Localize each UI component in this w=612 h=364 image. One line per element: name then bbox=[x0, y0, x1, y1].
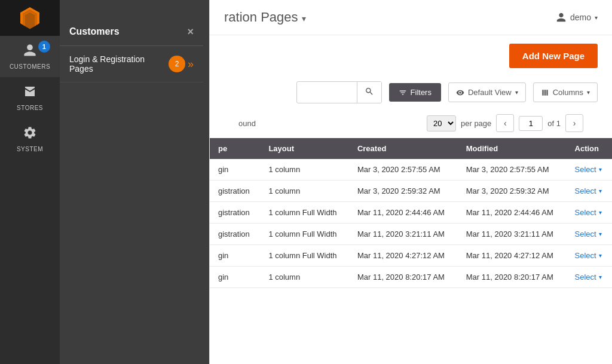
prev-page-button[interactable]: ‹ bbox=[496, 114, 514, 132]
dropdown-title: Customers bbox=[69, 26, 120, 37]
table-row: gin 1 column Full Width Mar 11, 2020 4:2… bbox=[210, 245, 612, 267]
cell-type: gistration bbox=[210, 181, 260, 202]
cell-modified: Mar 3, 2020 2:57:55 AM bbox=[458, 159, 567, 181]
action-select-label-4: Select bbox=[575, 251, 596, 260]
cell-created: Mar 11, 2020 2:44:46 AM bbox=[349, 202, 458, 224]
action-select-label-1: Select bbox=[575, 186, 596, 195]
cell-action: Select ▾ bbox=[567, 202, 612, 224]
sidebar: 1 CUSTOMERS STORES SYSTEM bbox=[0, 0, 60, 364]
magento-logo-icon bbox=[17, 5, 43, 31]
cell-layout: 1 column bbox=[260, 267, 349, 288]
close-button[interactable]: × bbox=[187, 26, 194, 37]
dropdown-item-login-registration[interactable]: Login & Registration Pages 2 » bbox=[60, 46, 203, 82]
action-select-label-5: Select bbox=[575, 273, 596, 282]
cell-layout: 1 column bbox=[260, 159, 349, 181]
badge-number: 2 bbox=[175, 60, 179, 68]
action-select-1[interactable]: Select ▾ bbox=[575, 186, 604, 195]
page-number-input[interactable] bbox=[519, 116, 543, 131]
action-select-5[interactable]: Select ▾ bbox=[575, 273, 604, 282]
columns-arrow: ▾ bbox=[587, 89, 590, 96]
screenshot-wrapper: 1 CUSTOMERS STORES SYSTEM Customers × bbox=[0, 0, 612, 364]
cell-created: Mar 11, 2020 4:27:12 AM bbox=[349, 245, 458, 267]
table-body: gin 1 column Mar 3, 2020 2:57:55 AM Mar … bbox=[210, 159, 612, 288]
default-view-button[interactable]: Default View ▾ bbox=[448, 82, 526, 102]
cell-action: Select ▾ bbox=[567, 181, 612, 202]
next-page-button[interactable]: › bbox=[565, 114, 583, 132]
user-menu[interactable]: demo ▾ bbox=[556, 12, 598, 23]
search-button[interactable] bbox=[357, 82, 381, 103]
cell-action: Select ▾ bbox=[567, 224, 612, 245]
columns-button[interactable]: Columns ▾ bbox=[533, 82, 598, 102]
cell-modified: Mar 11, 2020 8:20:17 AM bbox=[458, 267, 567, 288]
col-layout: Layout bbox=[260, 138, 349, 159]
cell-created: Mar 11, 2020 3:21:11 AM bbox=[349, 224, 458, 245]
cell-modified: Mar 3, 2020 2:59:32 AM bbox=[458, 181, 567, 202]
cell-type: gin bbox=[210, 245, 260, 267]
cell-type: gin bbox=[210, 267, 260, 288]
filter-icon bbox=[399, 88, 407, 97]
action-arrow-3: ▾ bbox=[599, 231, 602, 237]
svg-marker-2 bbox=[25, 13, 35, 29]
action-arrow-2: ▾ bbox=[599, 209, 602, 216]
search-input[interactable] bbox=[297, 83, 357, 102]
action-select-label-0: Select bbox=[575, 165, 596, 174]
sidebar-item-system-label: SYSTEM bbox=[17, 146, 43, 152]
action-arrow-5: ▾ bbox=[599, 274, 602, 280]
dropdown-item-badge: 2 bbox=[169, 56, 185, 72]
view-arrow: ▾ bbox=[515, 89, 518, 96]
columns-icon bbox=[541, 88, 549, 97]
customers-icon bbox=[23, 43, 37, 61]
stores-icon bbox=[23, 84, 37, 102]
table-row: gistration 1 column Full Width Mar 11, 2… bbox=[210, 202, 612, 224]
table-row: gin 1 column Mar 11, 2020 8:20:17 AM Mar… bbox=[210, 267, 612, 288]
table-row: gistration 1 column Mar 3, 2020 2:59:32 … bbox=[210, 181, 612, 202]
col-modified: Modified bbox=[458, 138, 567, 159]
page-title: ration Pages ▾ bbox=[224, 10, 306, 25]
table-row: gin 1 column Mar 3, 2020 2:57:55 AM Mar … bbox=[210, 159, 612, 181]
action-arrow-0: ▾ bbox=[599, 166, 602, 173]
cell-modified: Mar 11, 2020 2:44:46 AM bbox=[458, 202, 567, 224]
default-view-label: Default View bbox=[468, 88, 512, 97]
cell-type: gin bbox=[210, 159, 260, 181]
search-bar: Filters Default View ▾ Columns ▾ bbox=[210, 77, 612, 108]
user-avatar-icon bbox=[556, 12, 567, 23]
action-arrow-1: ▾ bbox=[599, 188, 602, 194]
action-select-label-3: Select bbox=[575, 230, 596, 238]
arrow-icon: » bbox=[188, 58, 194, 71]
sidebar-item-customers-label: CUSTOMERS bbox=[10, 63, 50, 70]
sidebar-item-customers[interactable]: 1 CUSTOMERS bbox=[0, 36, 60, 77]
filters-button[interactable]: Filters bbox=[389, 83, 441, 102]
search-input-wrap bbox=[296, 81, 382, 103]
action-select-4[interactable]: Select ▾ bbox=[575, 251, 604, 260]
cell-action: Select ▾ bbox=[567, 159, 612, 181]
search-icon bbox=[365, 87, 374, 96]
cell-layout: 1 column bbox=[260, 181, 349, 202]
dropdown-item-label: Login & Registration Pages bbox=[69, 54, 164, 74]
sidebar-item-system[interactable]: SYSTEM bbox=[0, 118, 60, 160]
action-select-label-2: Select bbox=[575, 208, 596, 217]
data-table: pe Layout Created Modified Action gin 1 … bbox=[210, 138, 612, 288]
action-select-3[interactable]: Select ▾ bbox=[575, 230, 604, 238]
main-content: ration Pages ▾ demo ▾ Add New Page Filte bbox=[209, 0, 612, 364]
cell-layout: 1 column Full Width bbox=[260, 224, 349, 245]
col-type: pe bbox=[210, 138, 260, 159]
table-container: pe Layout Created Modified Action gin 1 … bbox=[210, 138, 612, 288]
sidebar-item-stores-label: STORES bbox=[17, 105, 43, 111]
action-select-2[interactable]: Select ▾ bbox=[575, 208, 604, 217]
col-action: Action bbox=[567, 138, 612, 159]
toolbar: Add New Page bbox=[210, 35, 612, 77]
cell-created: Mar 11, 2020 8:20:17 AM bbox=[349, 267, 458, 288]
cell-modified: Mar 11, 2020 4:27:12 AM bbox=[458, 245, 567, 267]
main-header: ration Pages ▾ demo ▾ bbox=[210, 0, 612, 35]
sidebar-logo bbox=[0, 0, 60, 36]
columns-label: Columns bbox=[553, 88, 583, 97]
action-arrow-4: ▾ bbox=[599, 252, 602, 259]
customers-badge: 1 bbox=[38, 41, 50, 53]
action-select-0[interactable]: Select ▾ bbox=[575, 165, 604, 174]
dropdown-panel-header: Customers × bbox=[60, 18, 203, 46]
add-new-page-button[interactable]: Add New Page bbox=[509, 44, 598, 68]
per-page-select[interactable]: 20 bbox=[427, 115, 456, 131]
sidebar-item-stores[interactable]: STORES bbox=[0, 77, 60, 118]
page-title-arrow[interactable]: ▾ bbox=[302, 14, 306, 23]
cell-modified: Mar 11, 2020 3:21:11 AM bbox=[458, 224, 567, 245]
